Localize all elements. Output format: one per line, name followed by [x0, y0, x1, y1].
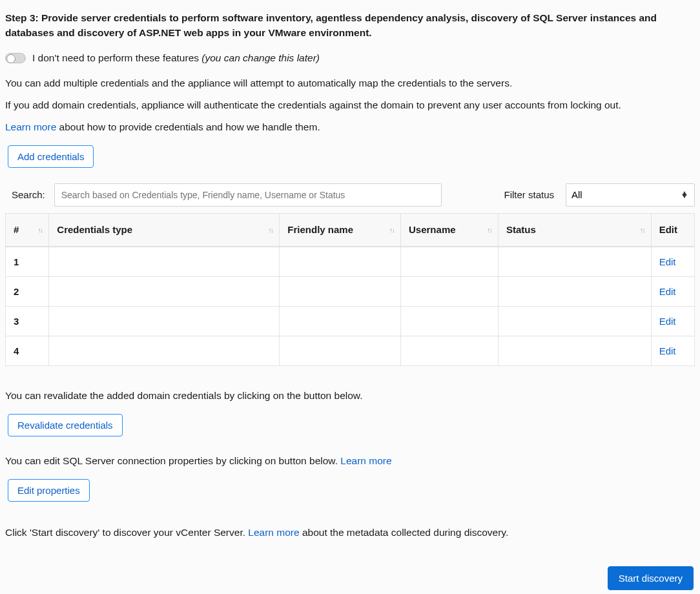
row-username: [401, 307, 499, 336]
col-header-edit: Edit: [651, 213, 694, 247]
skip-features-label-main: I don't need to perform these features: [32, 52, 201, 63]
row-username: [401, 247, 499, 277]
row-status: [498, 277, 651, 307]
table-row: 4 Edit: [6, 336, 695, 366]
start-discovery-button[interactable]: Start discovery: [608, 566, 694, 590]
learn-more-link[interactable]: Learn more: [5, 121, 56, 132]
table-header-row: #↑↓ Credentials type↑↓ Friendly name↑↓ U…: [6, 213, 695, 247]
skip-features-label-hint: (you can change this later): [201, 52, 320, 63]
row-number: 2: [6, 277, 49, 307]
col-header-number-label: #: [14, 224, 19, 235]
row-type: [49, 247, 280, 277]
row-friendly: [280, 336, 401, 366]
edit-link[interactable]: Edit: [659, 256, 676, 267]
col-header-friendly-label: Friendly name: [287, 224, 353, 235]
col-header-status-label: Status: [506, 224, 536, 235]
edit-properties-learn-link[interactable]: Learn more: [340, 455, 391, 466]
credentials-desc-2: If you add domain credentials, appliance…: [5, 97, 695, 113]
search-input[interactable]: [54, 183, 442, 207]
table-row: 3 Edit: [6, 307, 695, 336]
row-friendly: [280, 307, 401, 336]
row-status: [498, 307, 651, 336]
col-header-type-label: Credentials type: [57, 224, 132, 235]
sort-icon: ↑↓: [37, 226, 42, 234]
step3-heading: Step 3: Provide server credentials to pe…: [5, 10, 695, 41]
col-header-username[interactable]: Username↑↓: [401, 213, 499, 247]
skip-features-toggle[interactable]: [5, 53, 26, 63]
start-discovery-desc-pre: Click 'Start discovery' to discover your…: [5, 527, 248, 538]
row-friendly: [280, 277, 401, 307]
row-number: 3: [6, 307, 49, 336]
credentials-desc-1: You can add multiple credentials and the…: [5, 76, 695, 91]
skip-features-row: I don't need to perform these features (…: [5, 52, 695, 64]
row-friendly: [280, 247, 401, 277]
row-status: [498, 247, 651, 277]
filter-status-label: Filter status: [504, 189, 554, 200]
row-type: [49, 277, 280, 307]
row-number: 1: [6, 247, 49, 277]
sort-icon: ↑↓: [268, 226, 273, 234]
sort-icon: ↑↓: [389, 226, 394, 234]
sort-icon: ↑↓: [487, 226, 491, 234]
edit-link[interactable]: Edit: [659, 345, 676, 356]
start-discovery-desc-post: about the metadata collected during disc…: [300, 527, 509, 538]
filter-status-select[interactable]: All: [566, 183, 695, 207]
col-header-status[interactable]: Status↑↓: [498, 213, 651, 247]
col-header-number[interactable]: #↑↓: [6, 213, 49, 247]
table-row: 2 Edit: [6, 277, 695, 307]
row-username: [401, 336, 499, 366]
skip-features-label: I don't need to perform these features (…: [32, 52, 320, 64]
revalidate-desc: You can revalidate the added domain cred…: [5, 388, 695, 404]
start-discovery-learn-link[interactable]: Learn more: [248, 527, 299, 538]
edit-properties-desc: You can edit SQL Server connection prope…: [5, 453, 695, 469]
add-credentials-button[interactable]: Add credentials: [8, 145, 94, 168]
row-type: [49, 336, 280, 366]
row-status: [498, 336, 651, 366]
row-type: [49, 307, 280, 336]
table-row: 1 Edit: [6, 247, 695, 277]
edit-properties-button[interactable]: Edit properties: [8, 479, 90, 502]
revalidate-credentials-button[interactable]: Revalidate credentials: [8, 414, 123, 436]
col-header-username-label: Username: [409, 224, 456, 235]
edit-properties-desc-pre: You can edit SQL Server connection prope…: [5, 455, 340, 466]
search-filter-row: Search: Filter status All ▲▼: [12, 183, 695, 207]
search-label: Search:: [12, 189, 45, 200]
learn-more-tail: about how to provide credentials and how…: [56, 121, 320, 132]
learn-more-line: Learn more about how to provide credenti…: [5, 119, 695, 135]
start-discovery-desc: Click 'Start discovery' to discover your…: [5, 525, 695, 540]
col-header-friendly[interactable]: Friendly name↑↓: [280, 213, 401, 247]
sort-icon: ↑↓: [640, 226, 644, 234]
row-number: 4: [6, 336, 49, 366]
edit-link[interactable]: Edit: [659, 286, 676, 297]
credentials-table: #↑↓ Credentials type↑↓ Friendly name↑↓ U…: [5, 213, 695, 367]
row-username: [401, 277, 499, 307]
edit-link[interactable]: Edit: [659, 316, 676, 327]
col-header-type[interactable]: Credentials type↑↓: [49, 213, 280, 247]
footer-bar: Start discovery: [5, 566, 695, 590]
